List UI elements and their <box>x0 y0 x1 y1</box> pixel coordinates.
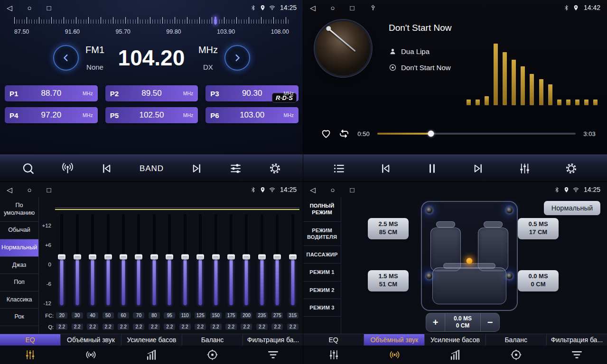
tab-balance[interactable]: Баланс <box>486 334 547 346</box>
balance-tab-icon[interactable] <box>182 349 243 361</box>
slider-handle[interactable] <box>273 255 281 260</box>
slider-handle[interactable] <box>196 255 204 260</box>
surround-tab-icon[interactable] <box>61 349 121 361</box>
eq-preset-custom[interactable]: Обычай <box>0 222 38 239</box>
slider-handle[interactable] <box>89 255 96 260</box>
slider-handle[interactable] <box>58 255 65 260</box>
back-button[interactable]: ◁ <box>7 186 12 193</box>
slider-handle[interactable] <box>181 255 189 260</box>
seek-handle[interactable] <box>428 131 434 137</box>
next-track-button[interactable] <box>472 162 485 175</box>
home-button[interactable]: ○ <box>331 4 335 11</box>
band-button[interactable]: BAND <box>140 164 164 173</box>
tab-surround[interactable]: Объёмный звук <box>61 334 121 346</box>
delay-rear-left-button[interactable]: 1.5 MS 51 CM <box>368 270 409 291</box>
audio-settings-button[interactable] <box>229 162 242 175</box>
eq-preset-normal[interactable]: Нормальный <box>0 239 38 257</box>
filter-tab-icon[interactable] <box>546 349 607 361</box>
mode-2[interactable]: РЕЖИМ 2 <box>303 282 341 299</box>
broadcast-button[interactable] <box>61 162 74 175</box>
recents-button[interactable]: □ <box>350 4 355 11</box>
favorite-button[interactable] <box>320 128 332 139</box>
eq-band-slider[interactable] <box>85 214 100 305</box>
mode-driver[interactable]: РЕЖИМ ВОДИТЕЛЯ <box>303 222 341 246</box>
eq-preset-classic[interactable]: Классика <box>0 291 38 309</box>
eq-band-slider[interactable] <box>270 214 285 305</box>
balance-tab-icon[interactable] <box>486 349 546 361</box>
eq-band-slider[interactable] <box>162 214 177 305</box>
slider-handle[interactable] <box>150 255 158 260</box>
sound-preset-button[interactable]: Нормальный <box>544 201 600 215</box>
eq-band-slider[interactable] <box>193 214 208 305</box>
delay-rear-right-button[interactable]: 0.0 MS 0 CM <box>518 270 559 291</box>
seek-bar[interactable] <box>377 133 576 135</box>
home-button[interactable]: ○ <box>28 186 32 193</box>
equalizer-button[interactable] <box>518 162 531 175</box>
tune-up-button[interactable] <box>224 45 250 71</box>
eq-band-slider[interactable] <box>54 214 69 305</box>
eq-band-slider[interactable] <box>131 214 146 305</box>
repeat-button[interactable] <box>338 128 350 139</box>
frequency-scale[interactable]: 87.50 91.60 95.70 99.80 103.90 108.00 <box>12 17 291 40</box>
pause-button[interactable] <box>426 162 439 175</box>
slider-handle[interactable] <box>166 255 173 260</box>
slider-handle[interactable] <box>104 255 112 260</box>
eq-band-slider[interactable] <box>224 214 239 305</box>
back-button[interactable]: ◁ <box>310 186 316 193</box>
slider-handle[interactable] <box>135 255 142 260</box>
eq-preset-jazz[interactable]: Джаз <box>0 257 38 274</box>
recents-button[interactable]: □ <box>350 186 355 193</box>
eq-band-slider[interactable] <box>285 214 300 305</box>
preset-button-p1[interactable]: P1 88.70 MHz <box>5 85 98 101</box>
eq-preset-default[interactable]: По умолчанию <box>0 197 38 222</box>
slider-handle[interactable] <box>258 255 266 260</box>
eq-preset-pop[interactable]: Поп <box>0 274 38 291</box>
slider-handle[interactable] <box>289 255 297 260</box>
eq-band-slider[interactable] <box>116 214 131 305</box>
previous-station-button[interactable] <box>100 162 113 175</box>
listening-position-dot[interactable] <box>467 258 473 264</box>
tab-balance[interactable]: Баланс <box>182 334 243 346</box>
tab-filter[interactable]: Фильтрация ба... <box>547 334 607 346</box>
back-button[interactable]: ◁ <box>310 4 316 11</box>
mode-1[interactable]: РЕЖИМ 1 <box>303 264 341 281</box>
playlist-button[interactable] <box>333 162 346 175</box>
settings-button[interactable] <box>269 162 281 175</box>
tuning-indicator[interactable] <box>215 17 216 25</box>
next-station-button[interactable] <box>190 162 203 175</box>
increase-delay-button[interactable]: + <box>426 313 445 331</box>
recents-button[interactable]: □ <box>47 4 51 11</box>
eq-band-slider[interactable] <box>69 214 84 305</box>
tab-bass-boost[interactable]: Усиление басов <box>425 334 486 346</box>
slider-handle[interactable] <box>227 255 235 260</box>
settings-button[interactable] <box>565 162 578 175</box>
slider-handle[interactable] <box>243 255 250 260</box>
tab-eq[interactable]: EQ <box>0 334 61 346</box>
decrease-delay-button[interactable]: − <box>480 313 499 331</box>
eq-tab-icon[interactable] <box>0 349 61 361</box>
preset-button-p5[interactable]: P5 102.50 MHz <box>105 107 198 123</box>
delay-front-left-button[interactable]: 2.5 MS 85 CM <box>368 218 409 239</box>
previous-track-button[interactable] <box>379 162 392 175</box>
eq-band-slider[interactable] <box>177 214 193 305</box>
tune-down-button[interactable] <box>53 45 79 71</box>
bass-tab-icon[interactable] <box>425 349 486 361</box>
surround-tab-icon[interactable] <box>364 349 425 361</box>
slider-handle[interactable] <box>212 255 220 260</box>
home-button[interactable]: ○ <box>28 4 32 11</box>
eq-tab-icon[interactable] <box>303 349 364 361</box>
eq-band-slider[interactable] <box>147 214 162 305</box>
eq-preset-rock[interactable]: Рок <box>0 309 38 326</box>
tab-bass-boost[interactable]: Усиление басов <box>121 334 182 346</box>
preset-button-p2[interactable]: P2 89.50 MHz <box>105 85 198 101</box>
mode-3[interactable]: РЕЖИМ 3 <box>303 299 341 317</box>
back-button[interactable]: ◁ <box>7 4 12 11</box>
tab-surround[interactable]: Объёмный звук <box>364 334 425 346</box>
eq-band-slider[interactable] <box>254 214 270 305</box>
tab-filter[interactable]: Фильтрация ба... <box>243 334 303 346</box>
scan-button[interactable] <box>22 162 35 175</box>
slider-handle[interactable] <box>74 255 81 260</box>
mode-full[interactable]: ПОЛНЫЙ РЕЖИМ <box>303 197 341 222</box>
recents-button[interactable]: □ <box>47 186 51 193</box>
bass-tab-icon[interactable] <box>121 349 182 361</box>
